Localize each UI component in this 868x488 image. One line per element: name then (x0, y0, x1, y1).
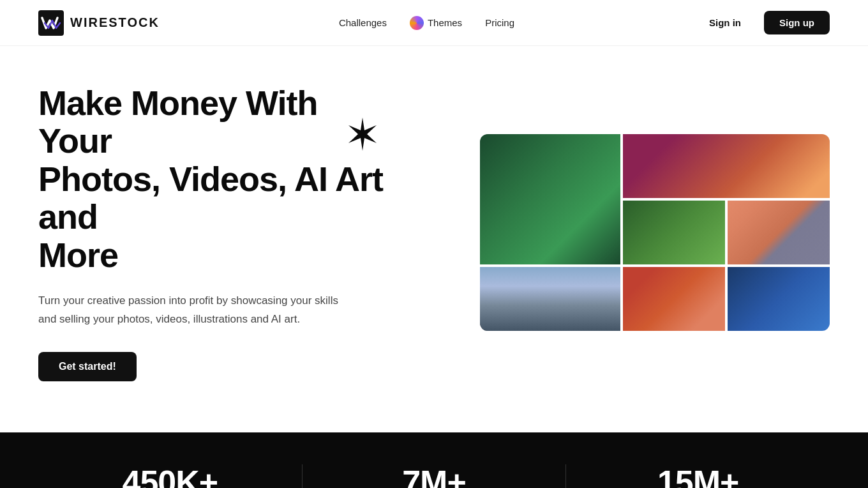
photo-jellyfish (728, 267, 830, 331)
stats-bar: 450K+Creator base7M+Paid downloads15M+Co… (0, 432, 868, 488)
hero-image-grid (421, 134, 830, 331)
nav-pricing[interactable]: Pricing (485, 17, 514, 28)
stat-item: 15M+Content Library (566, 464, 830, 488)
navbar: WIRESTOCK Challenges Themes Pricing Sign… (0, 0, 868, 46)
nav-challenges[interactable]: Challenges (339, 17, 387, 28)
brand-name: WIRESTOCK (70, 15, 160, 30)
signup-button[interactable]: Sign up (764, 11, 830, 34)
signin-button[interactable]: Sign in (694, 11, 756, 34)
hero-section: Make Money With Your Photos, Videos, AI … (0, 46, 868, 432)
logo-icon (38, 10, 64, 36)
hero-subtitle: Turn your creative passion into profit b… (38, 292, 345, 329)
photo-mosaic (480, 134, 830, 331)
stat-item: 7M+Paid downloads (303, 464, 567, 488)
nav-links: Challenges Themes Pricing (339, 16, 514, 30)
nav-actions: Sign in Sign up (694, 11, 830, 34)
stat-number: 15M+ (579, 464, 817, 488)
stat-number: 450K+ (51, 464, 289, 488)
photo-portrait (623, 134, 830, 198)
hero-title: Make Money With Your Photos, Videos, AI … (38, 84, 396, 274)
photo-butterfly (480, 134, 620, 264)
photo-building (480, 267, 620, 331)
brand-logo[interactable]: WIRESTOCK (38, 10, 160, 36)
get-started-button[interactable]: Get started! (38, 352, 137, 381)
nav-themes[interactable]: Themes (410, 16, 462, 30)
hero-wrapper: Make Money With Your Photos, Videos, AI … (0, 46, 868, 432)
themes-dot-icon (410, 16, 424, 30)
hero-text: Make Money With Your Photos, Videos, AI … (38, 84, 396, 381)
stat-number: 7M+ (315, 464, 553, 488)
photo-cyclist (623, 201, 725, 264)
photo-stairs (728, 201, 830, 264)
stat-item: 450K+Creator base (38, 464, 303, 488)
photo-cat (623, 267, 725, 331)
